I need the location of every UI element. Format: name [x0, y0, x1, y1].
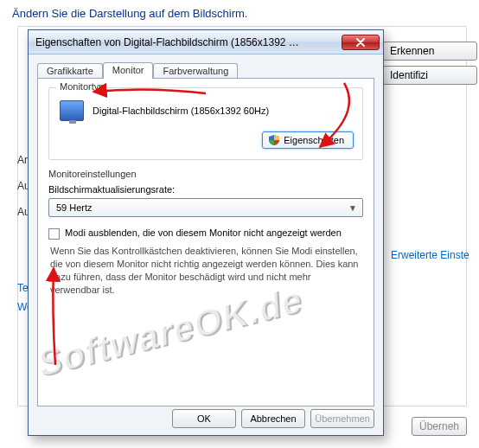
- refresh-rate-combo[interactable]: 59 Hertz ▼: [48, 198, 363, 217]
- chevron-down-icon: ▼: [348, 203, 357, 213]
- monitor-properties-button[interactable]: Eigenschaften: [262, 131, 354, 149]
- refresh-rate-label: Bildschirmaktualisierungsrate:: [48, 184, 363, 195]
- hide-modes-checkbox[interactable]: [48, 228, 60, 240]
- titlebar[interactable]: Eigenschaften von Digital-Flachbildschir…: [29, 30, 383, 54]
- hide-modes-help: Wenn Sie das Kontrollkästchen deaktivier…: [50, 245, 361, 296]
- settings-caption: Monitoreinstellungen: [48, 169, 363, 179]
- group-monitortype-caption: Monitortyp: [56, 81, 107, 92]
- monitor-icon: [60, 100, 84, 121]
- apply-button-bg[interactable]: Überneh: [412, 417, 467, 436]
- right-buttons: Erkennen Identifizi: [382, 42, 477, 90]
- identify-button[interactable]: Identifizi: [382, 66, 477, 85]
- page-heading: Ändern Sie die Darstellung auf dem Bilds…: [0, 0, 479, 29]
- cancel-button[interactable]: Abbrechen: [241, 409, 305, 428]
- uac-shield-icon: [268, 134, 280, 146]
- tab-adapter[interactable]: Grafikkarte: [37, 63, 103, 79]
- monitor-properties-button-label: Eigenschaften: [284, 135, 344, 145]
- dialog-body: Grafikkarte Monitor Farbverwaltung Monit…: [29, 54, 383, 406]
- hide-modes-label: Modi ausblenden, die von diesem Monitor …: [65, 227, 342, 238]
- detect-button[interactable]: Erkennen: [382, 42, 477, 61]
- advanced-settings-link[interactable]: Erweiterte Einste: [391, 249, 469, 261]
- apply-button[interactable]: Übernehmen: [310, 409, 374, 428]
- dialog-button-row: OK Abbrechen Übernehmen: [172, 409, 374, 428]
- close-button[interactable]: [342, 35, 380, 50]
- tab-color[interactable]: Farbverwaltung: [153, 63, 238, 79]
- refresh-rate-value: 59 Hertz: [56, 202, 93, 213]
- tab-strip: Grafikkarte Monitor Farbverwaltung: [37, 60, 374, 79]
- close-icon: [356, 38, 365, 47]
- group-monitortype: Monitortyp Digital-Flachbildschirm (1856…: [48, 87, 363, 160]
- monitor-name: Digital-Flachbildschirm (1856x1392 60Hz): [93, 106, 269, 116]
- hide-modes-row[interactable]: Modi ausblenden, die von diesem Monitor …: [48, 227, 363, 240]
- ok-button[interactable]: OK: [172, 409, 236, 428]
- tab-monitor[interactable]: Monitor: [103, 62, 154, 79]
- monitor-properties-dialog: Eigenschaften von Digital-Flachbildschir…: [28, 29, 384, 436]
- window-title: Eigenschaften von Digital-Flachbildschir…: [35, 36, 338, 48]
- tab-pane-monitor: Monitortyp Digital-Flachbildschirm (1856…: [37, 78, 374, 406]
- monitor-entry: Digital-Flachbildschirm (1856x1392 60Hz): [60, 100, 354, 121]
